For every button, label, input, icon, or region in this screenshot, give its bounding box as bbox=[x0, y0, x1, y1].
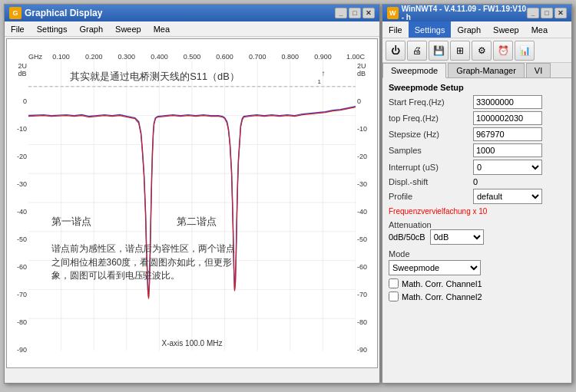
panel-content: Sweepmode Setup Start Freq.(Hz) top Freq… bbox=[382, 78, 571, 306]
y-label-n20-right: -20 bbox=[357, 153, 367, 160]
samples-row: Samples bbox=[389, 143, 565, 157]
x-label-07: 0.700 bbox=[249, 53, 266, 61]
x-label-08: 0.800 bbox=[282, 53, 300, 61]
winnwt-menu-sweep[interactable]: Sweep bbox=[487, 21, 525, 38]
y-label-top-right: 2UdB bbox=[357, 62, 366, 77]
mode-label: Mode bbox=[389, 249, 473, 259]
toolbar-chart-button[interactable]: 📊 bbox=[515, 41, 535, 61]
y-label-0-left: 0 bbox=[23, 97, 27, 105]
winnwt-window: W WinNWT4 - V.4.11.09 - FW1.19:V10 - h _… bbox=[382, 4, 572, 384]
math-ch1-label: Math. Corr. Channel1 bbox=[402, 279, 482, 288]
winnwt-minimize-button[interactable]: _ bbox=[527, 8, 539, 18]
svg-text:谐点前为感性区，谐点后为容性区，两个谐点: 谐点前为感性区，谐点后为容性区，两个谐点 bbox=[51, 243, 236, 254]
menu-graph[interactable]: Graph bbox=[73, 21, 109, 36]
y-label-n70-right: -70 bbox=[357, 291, 367, 298]
svg-text:第二谐点: 第二谐点 bbox=[177, 216, 217, 227]
close-button[interactable]: ✕ bbox=[362, 8, 375, 18]
toolbar-grid-button[interactable]: ⊞ bbox=[450, 41, 470, 61]
displ-shift-value: 0 bbox=[473, 177, 478, 186]
samples-input[interactable] bbox=[473, 143, 542, 157]
stepsize-row: Stepsize (Hz) bbox=[389, 127, 565, 141]
atten-0db-50cb-label: 0dB/50cB bbox=[389, 232, 425, 242]
winnwt-title-bar[interactable]: W WinNWT4 - V.4.11.09 - FW1.19:V10 - h _… bbox=[382, 5, 571, 21]
attenuation-select[interactable]: 0dB 10dB 20dB bbox=[430, 229, 484, 245]
y-label-n70-left: -70 bbox=[17, 291, 27, 298]
top-freq-input[interactable] bbox=[473, 111, 542, 125]
svg-plot-container: ↑ 1 其实就是通过电桥测天线的S11（dB） 第一谐点 第二谐点 谐点前为感性… bbox=[28, 61, 356, 351]
sweepmode-section-title: Sweepmode Setup bbox=[389, 83, 565, 92]
winnwt-toolbar: ⏻ 🖨 💾 ⊞ ⚙ ⏰ 📊 bbox=[382, 38, 571, 63]
top-freq-row: top Freq.(Hz) bbox=[389, 111, 565, 125]
graph-title-buttons: _ □ ✕ bbox=[335, 8, 375, 18]
toolbar-print-button[interactable]: 🖨 bbox=[407, 41, 427, 61]
x-label-04: 0.400 bbox=[151, 53, 168, 61]
y-label-n10-left: -10 bbox=[17, 125, 27, 133]
graph-plot-area: 2UdB 0 -10 -20 -30 -40 -50 -60 -70 -80 -… bbox=[6, 38, 378, 368]
tab-graph-manager[interactable]: Graph-Manager bbox=[448, 63, 525, 77]
interrupt-label: Interrupt (uS) bbox=[389, 163, 473, 172]
winnwt-title-icon: W bbox=[387, 7, 399, 19]
x-label-02: 0.200 bbox=[85, 53, 103, 61]
y-label-n80-right: -80 bbox=[357, 318, 367, 326]
stepsize-label: Stepsize (Hz) bbox=[389, 130, 473, 139]
svg-text:之间相位相差360度，看圆图亦如此，但更形: 之间相位相差360度，看圆图亦如此，但更形 bbox=[51, 257, 232, 268]
stepsize-input[interactable] bbox=[473, 127, 542, 141]
y-label-n30-right: -30 bbox=[357, 180, 367, 188]
attenuation-section: Attenuation 0dB/50cB 0dB 10dB 20dB bbox=[389, 220, 565, 245]
x-bottom-label: X-axis 100.0 MHz bbox=[162, 339, 223, 348]
menu-file[interactable]: File bbox=[5, 21, 31, 36]
menu-settings[interactable]: Settings bbox=[31, 21, 74, 36]
profile-select[interactable]: default bbox=[473, 189, 542, 204]
maximize-button[interactable]: □ bbox=[349, 8, 361, 18]
y-label-n90-right: -90 bbox=[357, 346, 367, 354]
tab-sweepmode[interactable]: Sweepmode bbox=[382, 63, 446, 78]
graph-title-text: Graphical Display bbox=[25, 8, 102, 18]
graph-menu-bar: File Settings Graph Sweep Mea bbox=[5, 21, 379, 37]
winnwt-menu-bar: File Settings Graph Sweep Mea bbox=[382, 21, 571, 38]
menu-sweep[interactable]: Sweep bbox=[109, 21, 147, 36]
math-ch2-label: Math. Corr. Channel2 bbox=[402, 292, 482, 301]
winnwt-menu-graph[interactable]: Graph bbox=[451, 21, 487, 38]
winnwt-title-text: WinNWT4 - V.4.11.09 - FW1.19:V10 - h bbox=[402, 5, 527, 21]
math-ch2-checkbox[interactable] bbox=[389, 292, 399, 301]
y-axis-left: 2UdB 0 -10 -20 -30 -40 -50 -60 -70 -80 -… bbox=[7, 62, 28, 354]
menu-mea[interactable]: Mea bbox=[147, 21, 176, 36]
svg-text:1: 1 bbox=[317, 78, 321, 85]
start-freq-row: Start Freq.(Hz) bbox=[389, 95, 565, 109]
winnwt-close-button[interactable]: ✕ bbox=[554, 8, 567, 18]
x-label-06: 0.600 bbox=[216, 53, 233, 61]
mode-section: Mode Sweepmode Single Continuous Math. C… bbox=[389, 249, 565, 301]
winnwt-title-buttons: _ □ ✕ bbox=[527, 8, 567, 18]
graph-title-bar[interactable]: G Graphical Display _ □ ✕ bbox=[5, 5, 379, 21]
winnwt-maximize-button[interactable]: □ bbox=[541, 8, 553, 18]
toolbar-save-button[interactable]: 💾 bbox=[429, 41, 449, 61]
toolbar-settings-button[interactable]: ⚙ bbox=[472, 41, 492, 61]
svg-text:↑: ↑ bbox=[321, 69, 325, 77]
math-ch1-checkbox[interactable] bbox=[389, 278, 399, 288]
winnwt-menu-mea[interactable]: Mea bbox=[525, 21, 554, 38]
x-label-10: 1.00C bbox=[346, 53, 365, 61]
y-label-n40-right: -40 bbox=[357, 208, 367, 216]
graph-window: G Graphical Display _ □ ✕ File Settings … bbox=[4, 4, 380, 384]
profile-label: Profile bbox=[389, 192, 473, 201]
attenuation-row: 0dB/50cB 0dB 10dB 20dB bbox=[389, 229, 565, 245]
y-label-n90-left: -90 bbox=[17, 346, 27, 354]
y-label-n10-right: -10 bbox=[357, 125, 367, 133]
winnwt-menu-settings[interactable]: Settings bbox=[409, 21, 452, 38]
interrupt-row: Interrupt (uS) 0 1 5 10 bbox=[389, 160, 565, 175]
toolbar-power-button[interactable]: ⏻ bbox=[386, 41, 406, 61]
svg-text:第一谐点: 第一谐点 bbox=[51, 216, 91, 227]
mode-select[interactable]: Sweepmode Single Continuous bbox=[389, 260, 481, 275]
toolbar-clock-button[interactable]: ⏰ bbox=[493, 41, 513, 61]
tab-vi[interactable]: VI bbox=[526, 63, 551, 77]
x-axis-top: GHz 0.100 0.200 0.300 0.400 0.500 0.600 … bbox=[28, 39, 356, 61]
minimize-button[interactable]: _ bbox=[335, 8, 347, 18]
x-label-05: 0.500 bbox=[184, 53, 201, 61]
winnwt-menu-file[interactable]: File bbox=[382, 21, 409, 38]
interrupt-select[interactable]: 0 1 5 10 bbox=[473, 160, 542, 175]
math-ch2-row: Math. Corr. Channel2 bbox=[389, 292, 565, 301]
start-freq-input[interactable] bbox=[473, 95, 542, 109]
y-label-n50-right: -50 bbox=[357, 236, 367, 243]
x-ghz-label: GHz bbox=[28, 53, 42, 61]
top-freq-label: top Freq.(Hz) bbox=[389, 114, 473, 123]
